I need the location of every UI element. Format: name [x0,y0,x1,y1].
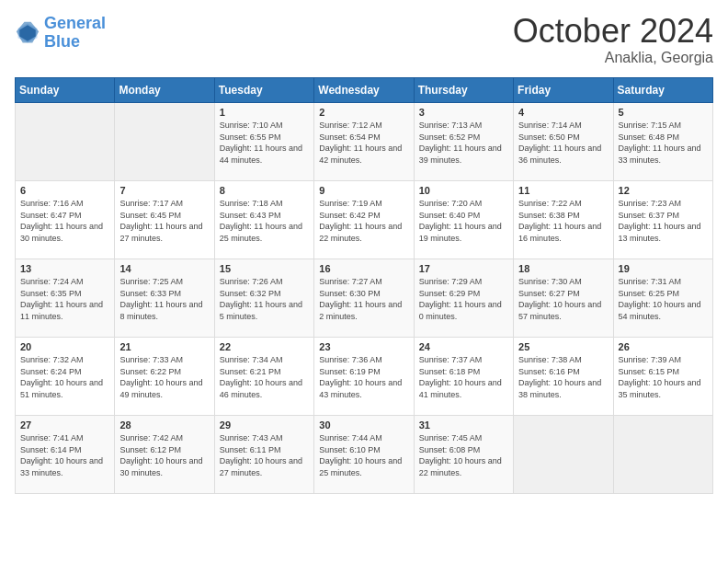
logo: General Blue [15,15,106,52]
calendar-cell: 3Sunrise: 7:13 AM Sunset: 6:52 PM Daylig… [414,103,513,181]
day-info: Sunrise: 7:17 AM Sunset: 6:45 PM Dayligh… [119,198,209,244]
day-info: Sunrise: 7:24 AM Sunset: 6:35 PM Dayligh… [20,276,109,322]
calendar-cell: 16Sunrise: 7:27 AM Sunset: 6:30 PM Dayli… [314,259,414,338]
logo-icon [15,20,40,46]
day-number: 23 [319,341,408,352]
day-info: Sunrise: 7:19 AM Sunset: 6:42 PM Dayligh… [319,198,408,244]
day-number: 16 [319,263,408,274]
logo-text-block: General Blue [44,15,106,52]
day-number: 11 [518,185,608,196]
logo-line1: General [44,14,106,32]
day-info: Sunrise: 7:45 AM Sunset: 6:08 PM Dayligh… [419,432,508,478]
location-subtitle: Anaklia, Georgia [513,50,713,66]
day-info: Sunrise: 7:15 AM Sunset: 6:48 PM Dayligh… [619,120,708,166]
day-number: 4 [518,107,608,118]
day-number: 6 [20,185,109,196]
day-info: Sunrise: 7:43 AM Sunset: 6:11 PM Dayligh… [220,432,309,478]
calendar-cell: 26Sunrise: 7:39 AM Sunset: 6:15 PM Dayli… [613,338,712,416]
day-number: 26 [619,341,708,352]
day-info: Sunrise: 7:30 AM Sunset: 6:27 PM Dayligh… [518,276,608,322]
calendar-week-row: 13Sunrise: 7:24 AM Sunset: 6:35 PM Dayli… [16,259,713,338]
calendar-cell: 31Sunrise: 7:45 AM Sunset: 6:08 PM Dayli… [414,416,513,494]
day-info: Sunrise: 7:41 AM Sunset: 6:14 PM Dayligh… [20,432,109,478]
day-number: 27 [20,419,109,431]
calendar-cell: 19Sunrise: 7:31 AM Sunset: 6:25 PM Dayli… [613,259,712,338]
day-info: Sunrise: 7:12 AM Sunset: 6:54 PM Dayligh… [319,120,408,166]
day-number: 20 [20,341,109,352]
day-number: 1 [220,107,309,118]
day-number: 31 [419,419,508,431]
day-number: 3 [419,107,508,118]
calendar-cell: 21Sunrise: 7:33 AM Sunset: 6:22 PM Dayli… [115,338,214,416]
calendar-header: SundayMondayTuesdayWednesdayThursdayFrid… [16,78,713,103]
weekday-header: Saturday [613,78,712,103]
day-number: 12 [619,185,708,196]
calendar-cell: 15Sunrise: 7:26 AM Sunset: 6:32 PM Dayli… [214,259,313,338]
day-number: 21 [119,341,209,352]
calendar-cell: 24Sunrise: 7:37 AM Sunset: 6:18 PM Dayli… [414,338,513,416]
day-info: Sunrise: 7:10 AM Sunset: 6:55 PM Dayligh… [220,120,309,166]
day-info: Sunrise: 7:32 AM Sunset: 6:24 PM Dayligh… [20,354,109,400]
calendar-cell: 22Sunrise: 7:34 AM Sunset: 6:21 PM Dayli… [214,338,313,416]
calendar-cell: 1Sunrise: 7:10 AM Sunset: 6:55 PM Daylig… [214,103,313,181]
day-info: Sunrise: 7:36 AM Sunset: 6:19 PM Dayligh… [319,354,408,400]
day-info: Sunrise: 7:44 AM Sunset: 6:10 PM Dayligh… [319,432,408,478]
day-number: 17 [419,263,508,274]
day-info: Sunrise: 7:31 AM Sunset: 6:25 PM Dayligh… [619,276,708,322]
calendar-cell: 6Sunrise: 7:16 AM Sunset: 6:47 PM Daylig… [16,181,115,259]
calendar-cell: 17Sunrise: 7:29 AM Sunset: 6:29 PM Dayli… [414,259,513,338]
day-info: Sunrise: 7:38 AM Sunset: 6:16 PM Dayligh… [518,354,608,400]
day-number: 24 [419,341,508,352]
day-number: 5 [619,107,708,118]
calendar-week-row: 1Sunrise: 7:10 AM Sunset: 6:55 PM Daylig… [16,103,713,181]
weekday-header: Wednesday [314,78,414,103]
day-info: Sunrise: 7:37 AM Sunset: 6:18 PM Dayligh… [419,354,508,400]
calendar-cell: 25Sunrise: 7:38 AM Sunset: 6:16 PM Dayli… [514,338,613,416]
weekday-header: Thursday [414,78,513,103]
month-title: October 2024 [513,15,713,48]
day-number: 25 [518,341,608,352]
calendar-cell [514,416,613,494]
calendar-cell: 13Sunrise: 7:24 AM Sunset: 6:35 PM Dayli… [16,259,115,338]
title-block: October 2024 Anaklia, Georgia [513,15,713,66]
day-info: Sunrise: 7:22 AM Sunset: 6:38 PM Dayligh… [518,198,608,244]
day-info: Sunrise: 7:42 AM Sunset: 6:12 PM Dayligh… [119,432,209,478]
calendar-body: 1Sunrise: 7:10 AM Sunset: 6:55 PM Daylig… [16,103,713,494]
day-number: 18 [518,263,608,274]
calendar-cell: 28Sunrise: 7:42 AM Sunset: 6:12 PM Dayli… [115,416,214,494]
calendar-cell: 23Sunrise: 7:36 AM Sunset: 6:19 PM Dayli… [314,338,414,416]
calendar-cell: 30Sunrise: 7:44 AM Sunset: 6:10 PM Dayli… [314,416,414,494]
calendar-cell: 7Sunrise: 7:17 AM Sunset: 6:45 PM Daylig… [115,181,214,259]
day-number: 28 [119,419,209,431]
day-info: Sunrise: 7:23 AM Sunset: 6:37 PM Dayligh… [619,198,708,244]
calendar-cell: 20Sunrise: 7:32 AM Sunset: 6:24 PM Dayli… [16,338,115,416]
calendar-cell [16,103,115,181]
day-info: Sunrise: 7:18 AM Sunset: 6:43 PM Dayligh… [220,198,309,244]
calendar-week-row: 27Sunrise: 7:41 AM Sunset: 6:14 PM Dayli… [16,416,713,494]
calendar-cell: 14Sunrise: 7:25 AM Sunset: 6:33 PM Dayli… [115,259,214,338]
calendar-cell [613,416,712,494]
day-info: Sunrise: 7:27 AM Sunset: 6:30 PM Dayligh… [319,276,408,322]
day-info: Sunrise: 7:25 AM Sunset: 6:33 PM Dayligh… [119,276,209,322]
weekday-header: Tuesday [214,78,313,103]
page-header: General Blue October 2024 Anaklia, Georg… [15,15,713,66]
day-info: Sunrise: 7:20 AM Sunset: 6:40 PM Dayligh… [419,198,508,244]
day-number: 9 [319,185,408,196]
day-info: Sunrise: 7:29 AM Sunset: 6:29 PM Dayligh… [419,276,508,322]
day-info: Sunrise: 7:39 AM Sunset: 6:15 PM Dayligh… [619,354,708,400]
calendar-cell: 5Sunrise: 7:15 AM Sunset: 6:48 PM Daylig… [613,103,712,181]
day-number: 14 [119,263,209,274]
day-number: 30 [319,419,408,431]
day-info: Sunrise: 7:13 AM Sunset: 6:52 PM Dayligh… [419,120,508,166]
calendar-table: SundayMondayTuesdayWednesdayThursdayFrid… [15,77,713,494]
day-number: 2 [319,107,408,118]
calendar-cell: 29Sunrise: 7:43 AM Sunset: 6:11 PM Dayli… [214,416,313,494]
calendar-week-row: 6Sunrise: 7:16 AM Sunset: 6:47 PM Daylig… [16,181,713,259]
day-info: Sunrise: 7:14 AM Sunset: 6:50 PM Dayligh… [518,120,608,166]
calendar-cell: 18Sunrise: 7:30 AM Sunset: 6:27 PM Dayli… [514,259,613,338]
header-row: SundayMondayTuesdayWednesdayThursdayFrid… [16,78,713,103]
calendar-cell: 12Sunrise: 7:23 AM Sunset: 6:37 PM Dayli… [613,181,712,259]
calendar-cell: 10Sunrise: 7:20 AM Sunset: 6:40 PM Dayli… [414,181,513,259]
weekday-header: Sunday [16,78,115,103]
day-number: 29 [220,419,309,431]
